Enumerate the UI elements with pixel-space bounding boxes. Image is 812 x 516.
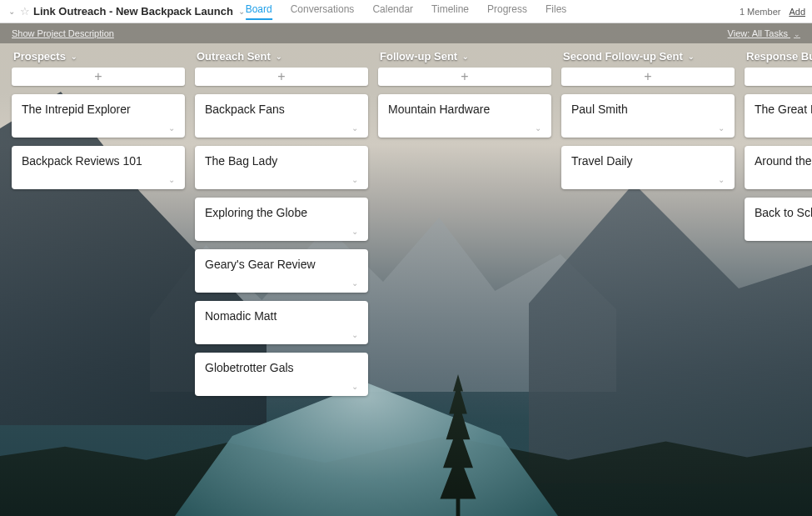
column: Outreach Sent⌄+Backpack Fans⌄The Bag Lad… [195, 48, 368, 516]
card[interactable]: Exploring the Globe⌄ [195, 198, 368, 241]
chevron-down-icon[interactable]: ⌄ [535, 123, 541, 133]
subheader: Show Project Description View: All Tasks… [0, 23, 812, 43]
card[interactable]: Globetrotter Gals⌄ [195, 353, 368, 396]
card[interactable]: Geary's Gear Review⌄ [195, 249, 368, 293]
tab-calendar[interactable]: Calendar [372, 3, 413, 20]
tab-files[interactable]: Files [545, 3, 566, 20]
column: Prospects⌄+The Intrepid Explorer⌄Backpac… [12, 48, 185, 516]
chevron-down-icon[interactable]: ⌄ [718, 123, 725, 133]
column-title: Prospects [13, 50, 66, 63]
add-card-button[interactable]: + [378, 68, 551, 86]
add-card-button[interactable]: + [561, 68, 735, 86]
chevron-down-icon: ⌄ [462, 53, 469, 61]
card-title: Backpack Fans [205, 103, 358, 116]
card[interactable]: Paul Smith⌄ [561, 94, 735, 138]
chevron-down-icon[interactable]: ⌄ [351, 382, 358, 391]
chevron-down-icon: ⌄ [71, 53, 77, 61]
card[interactable]: Nomadic Matt⌄ [195, 301, 368, 344]
column-title: Second Follow-up Sent [563, 50, 683, 63]
project-title[interactable]: Link Outreach - New Backpack Launch [33, 5, 233, 18]
show-description-link[interactable]: Show Project Description [12, 28, 114, 38]
chevron-down-icon: ⌄ [794, 30, 800, 38]
card-title: Globetrotter Gals [205, 361, 358, 374]
card-title: Backpack Reviews 101 [22, 154, 175, 168]
chevron-down-icon: ⌄ [688, 53, 695, 61]
card-title: Back to Scho [755, 206, 812, 219]
tab-board[interactable]: Board [246, 3, 272, 20]
card-title: The Bag Lady [205, 154, 358, 168]
chevron-down-icon[interactable]: ⌄ [351, 175, 358, 184]
add-card-button[interactable]: + [745, 68, 812, 86]
card-title: Nomadic Matt [205, 309, 358, 323]
column-title: Outreach Sent [197, 50, 271, 63]
chevron-down-icon[interactable]: ⌄ [718, 175, 725, 184]
card-title: Geary's Gear Review [205, 258, 358, 271]
card-title: The Great Es [755, 103, 812, 116]
card[interactable]: Back to Scho⌄ [745, 198, 812, 241]
column: Follow-up Sent⌄+Mountain Hardware⌄ [378, 48, 551, 516]
column-header[interactable]: Response But⌄ [745, 48, 812, 68]
column: Response But⌄+The Great Es⌄Around the W⌄… [745, 48, 812, 516]
card-title: Around the W [755, 154, 812, 168]
card[interactable]: Mountain Hardware⌄ [378, 94, 551, 138]
tab-progress[interactable]: Progress [487, 3, 527, 20]
board: Prospects⌄+The Intrepid Explorer⌄Backpac… [0, 43, 812, 516]
column: Second Follow-up Sent⌄+Paul Smith⌄Travel… [561, 48, 735, 516]
chevron-down-icon[interactable]: ⌄ [168, 175, 175, 184]
card[interactable]: The Bag Lady⌄ [195, 146, 368, 189]
tab-conversations[interactable]: Conversations [291, 3, 355, 20]
card-title: Mountain Hardware [388, 103, 541, 116]
card[interactable]: The Great Es⌄ [745, 94, 812, 138]
card[interactable]: Travel Daily⌄ [561, 146, 735, 189]
column-header[interactable]: Second Follow-up Sent⌄ [561, 48, 735, 68]
column-title: Response But [746, 50, 812, 63]
column-title: Follow-up Sent [380, 50, 457, 63]
card-title: The Intrepid Explorer [22, 103, 175, 116]
view-selector[interactable]: View: All Tasks ⌄ [728, 28, 800, 38]
tab-timeline[interactable]: Timeline [431, 3, 469, 20]
chevron-down-icon[interactable]: ⌄ [351, 278, 358, 288]
card[interactable]: Around the W⌄ [745, 146, 812, 189]
members-count[interactable]: 1 Member [740, 7, 781, 17]
add-member-link[interactable]: Add [789, 7, 805, 17]
chevron-down-icon[interactable]: ⌄ [351, 123, 358, 133]
chevron-down-icon: ⌄ [276, 53, 282, 61]
card[interactable]: Backpack Fans⌄ [195, 94, 368, 138]
chevron-down-icon[interactable]: ⌄ [351, 227, 358, 236]
nav-tabs: BoardConversationsCalendarTimelineProgre… [246, 3, 567, 20]
column-header[interactable]: Follow-up Sent⌄ [378, 48, 551, 68]
column-header[interactable]: Outreach Sent⌄ [195, 48, 368, 68]
card[interactable]: Backpack Reviews 101⌄ [12, 146, 185, 189]
sidebar-toggle-icon[interactable]: ⌄ [7, 7, 17, 16]
topbar: ⌄ ☆ Link Outreach - New Backpack Launch … [0, 0, 812, 23]
card-title: Travel Daily [571, 154, 725, 168]
favorite-star-icon[interactable]: ☆ [20, 5, 30, 18]
view-label: View: All Tasks [728, 28, 788, 38]
card-title: Paul Smith [571, 103, 725, 116]
card-title: Exploring the Globe [205, 206, 358, 219]
column-header[interactable]: Prospects⌄ [12, 48, 185, 68]
chevron-down-icon[interactable]: ⌄ [351, 330, 358, 339]
card[interactable]: The Intrepid Explorer⌄ [12, 94, 185, 138]
chevron-down-icon[interactable]: ⌄ [168, 123, 175, 133]
add-card-button[interactable]: + [12, 68, 185, 86]
add-card-button[interactable]: + [195, 68, 368, 86]
